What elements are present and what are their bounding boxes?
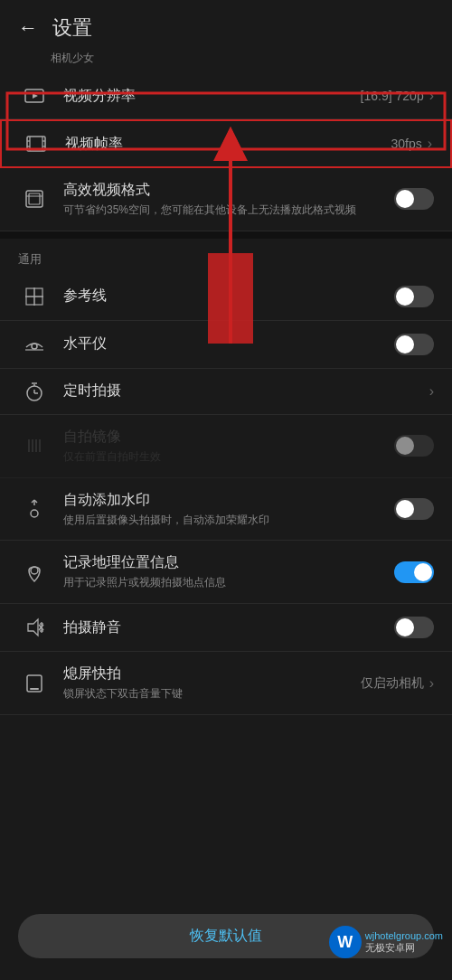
shutter-sound-title: 拍摄静音 [63, 618, 385, 637]
geo-location-title: 记录地理位置信息 [63, 553, 385, 572]
video-resolution-value: [16:9] 720p [361, 89, 424, 103]
watermark-logo: W [329, 926, 362, 958]
timer-item[interactable]: 定时拍摄 › [0, 369, 452, 415]
selfie-mirror-icon [18, 436, 51, 456]
selfie-mirror-toggle [394, 435, 434, 457]
video-resolution-content: 视频分辨率 [63, 87, 352, 106]
level-item[interactable]: 水平仪 [0, 321, 452, 369]
timer-content: 定时拍摄 [63, 382, 420, 400]
general-section-label: 通用 [0, 239, 452, 273]
screen-snap-chevron: › [429, 675, 434, 692]
svg-rect-10 [29, 193, 40, 204]
geo-location-content: 记录地理位置信息 用于记录照片或视频拍摄地点信息 [63, 553, 385, 590]
level-right[interactable] [394, 334, 434, 355]
efficient-format-subtitle: 可节省约35%空间，您可能在其他设备上无法播放此格式视频 [63, 203, 385, 218]
shutter-sound-content: 拍摄静音 [63, 618, 385, 637]
subtitle-text: 相机少女 [51, 52, 94, 64]
shutter-sound-right[interactable] [394, 617, 434, 638]
timer-right: › [429, 383, 434, 400]
auto-watermark-subtitle: 使用后置摄像头拍摄时，自动添加荣耀水印 [63, 513, 385, 528]
guide-lines-title: 参考线 [63, 287, 385, 306]
efficient-format-item[interactable]: 高效视频格式 可节省约35%空间，您可能在其他设备上无法播放此格式视频 [0, 168, 452, 231]
level-toggle[interactable] [394, 334, 434, 355]
geo-location-toggle[interactable] [394, 561, 434, 583]
header: ← 设置 [0, 0, 452, 49]
video-settings-group: 视频分辨率 [16:9] 720p › 视频帧 [0, 73, 452, 231]
auto-watermark-content: 自动添加水印 使用后置摄像头拍摄时，自动添加荣耀水印 [63, 491, 385, 528]
auto-watermark-item[interactable]: 自动添加水印 使用后置摄像头拍摄时，自动添加荣耀水印 [0, 478, 452, 542]
selfie-mirror-right [394, 435, 434, 457]
guide-lines-item[interactable]: 参考线 [0, 273, 452, 321]
efficient-format-content: 高效视频格式 可节省约35%空间，您可能在其他设备上无法播放此格式视频 [63, 181, 385, 218]
efficient-format-icon [18, 189, 51, 209]
timer-title: 定时拍摄 [63, 382, 420, 400]
general-section: 通用 参考线 [0, 239, 452, 715]
subtitle-row: 相机少女 [0, 49, 452, 73]
guide-lines-icon [18, 287, 51, 306]
video-framerate-chevron: › [428, 136, 432, 152]
screen-snap-subtitle: 锁屏状态下双击音量下键 [63, 686, 352, 702]
screen-snap-value: 仅启动相机 [361, 675, 424, 692]
video-resolution-chevron: › [429, 88, 434, 104]
svg-marker-31 [28, 619, 38, 636]
geo-location-right[interactable] [394, 561, 434, 583]
auto-watermark-icon [18, 499, 51, 519]
video-framerate-title: 视频帧率 [65, 135, 381, 154]
svg-marker-1 [33, 93, 38, 99]
guide-lines-content: 参考线 [63, 287, 385, 306]
svg-point-26 [31, 510, 38, 517]
level-icon [18, 335, 51, 354]
video-framerate-item[interactable]: 视频帧率 30fps › [0, 119, 452, 168]
screen-snap-right: 仅启动相机 › [361, 675, 434, 692]
screen-snap-title: 熄屏快拍 [63, 664, 352, 683]
screen-snap-item[interactable]: 熄屏快拍 锁屏状态下双击音量下键 仅启动相机 › [0, 652, 452, 715]
level-title: 水平仪 [63, 335, 385, 353]
video-framerate-value: 30fps [391, 137, 421, 151]
page-wrapper: ← 设置 相机少女 视频分辨率 [16:9] 720p › [0, 0, 452, 980]
efficient-format-toggle[interactable] [394, 188, 434, 210]
selfie-mirror-item: 自拍镜像 仅在前置自拍时生效 [0, 415, 452, 478]
watermark-text: wjhotelgroup.com 无极安卓网 [365, 930, 443, 955]
video-framerate-content: 视频帧率 [65, 135, 381, 154]
screen-snap-content: 熄屏快拍 锁屏状态下双击音量下键 [63, 664, 352, 702]
screen-snap-icon [18, 674, 51, 693]
timer-icon [18, 382, 51, 401]
shutter-sound-toggle[interactable] [394, 617, 434, 638]
level-content: 水平仪 [63, 335, 385, 353]
auto-watermark-title: 自动添加水印 [63, 491, 385, 510]
efficient-format-right[interactable] [394, 188, 434, 210]
geo-location-subtitle: 用于记录照片或视频拍摄地点信息 [63, 575, 385, 590]
selfie-mirror-subtitle: 仅在前置自拍时生效 [63, 449, 385, 465]
video-resolution-icon [18, 86, 51, 106]
selfie-mirror-content: 自拍镜像 仅在前置自拍时生效 [63, 428, 385, 465]
back-button[interactable]: ← [18, 16, 38, 40]
auto-watermark-toggle[interactable] [394, 498, 434, 520]
shutter-sound-icon [18, 617, 51, 637]
geo-location-icon [18, 562, 51, 582]
watermark: W wjhotelgroup.com 无极安卓网 [329, 926, 443, 958]
auto-watermark-right[interactable] [394, 498, 434, 520]
guide-lines-toggle[interactable] [394, 286, 434, 307]
selfie-mirror-title: 自拍镜像 [63, 428, 385, 447]
group-separator [0, 231, 452, 239]
video-framerate-icon [20, 134, 52, 154]
page-title: 设置 [52, 14, 92, 42]
video-resolution-title: 视频分辨率 [63, 87, 352, 106]
timer-chevron: › [429, 383, 434, 400]
video-resolution-right: [16:9] 720p › [361, 88, 434, 104]
video-resolution-item[interactable]: 视频分辨率 [16:9] 720p › [0, 73, 452, 119]
svg-point-15 [32, 344, 37, 349]
geo-location-item[interactable]: 记录地理位置信息 用于记录照片或视频拍摄地点信息 [0, 541, 452, 604]
shutter-sound-item[interactable]: 拍摄静音 [0, 604, 452, 652]
video-framerate-right: 30fps › [391, 136, 432, 152]
guide-lines-right[interactable] [394, 286, 434, 307]
efficient-format-title: 高效视频格式 [63, 181, 385, 200]
